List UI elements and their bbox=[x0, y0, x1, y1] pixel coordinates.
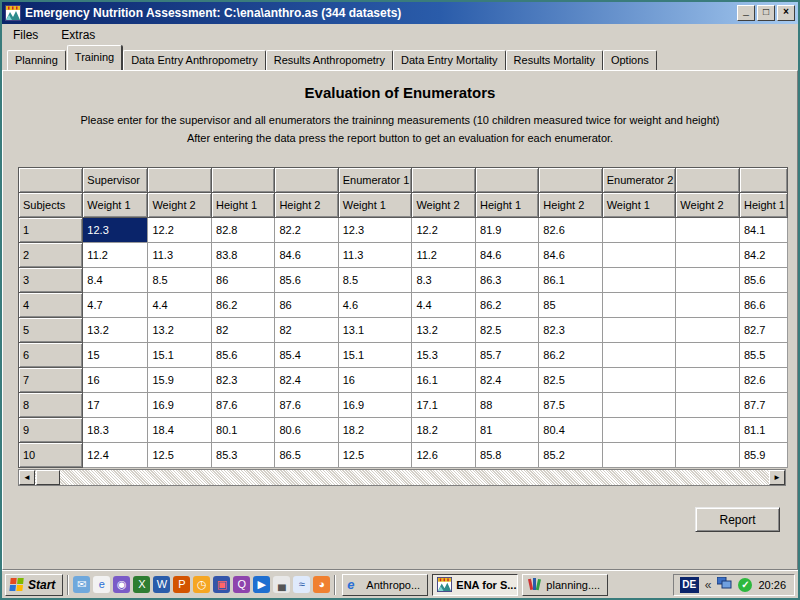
table-cell-r1-c8[interactable]: 82.6 bbox=[539, 218, 602, 243]
table-cell-r6-c4[interactable]: 85.4 bbox=[275, 343, 338, 368]
table-cell-r10-c5[interactable]: 12.5 bbox=[338, 443, 412, 468]
table-cell-r10-c6[interactable]: 12.6 bbox=[412, 443, 476, 468]
table-cell-r8-c7[interactable]: 88 bbox=[476, 393, 539, 418]
table-cell-r5-c2[interactable]: 13.2 bbox=[148, 318, 212, 343]
table-cell-r9-c8[interactable]: 80.4 bbox=[539, 418, 602, 443]
table-cell-r10-c1[interactable]: 12.4 bbox=[83, 443, 148, 468]
table-cell-r8-c6[interactable]: 17.1 bbox=[412, 393, 476, 418]
row-header-3[interactable]: 3 bbox=[19, 268, 83, 293]
table-cell-r7-c8[interactable]: 82.5 bbox=[539, 368, 602, 393]
media-player-icon[interactable]: ▶ bbox=[253, 576, 270, 593]
table-cell-r4-c10[interactable] bbox=[676, 293, 740, 318]
table-cell-r9-c2[interactable]: 18.4 bbox=[148, 418, 212, 443]
clock-icon[interactable]: ◷ bbox=[193, 576, 210, 593]
row-header-4[interactable]: 4 bbox=[19, 293, 83, 318]
row-header-1[interactable]: 1 bbox=[19, 218, 83, 243]
table-cell-r6-c9[interactable] bbox=[602, 343, 676, 368]
word-icon[interactable]: W bbox=[153, 576, 170, 593]
table-cell-r5-c3[interactable]: 82 bbox=[212, 318, 275, 343]
table-cell-r9-c11[interactable]: 81.1 bbox=[740, 418, 788, 443]
tab-results-mortality[interactable]: Results Mortality bbox=[506, 50, 603, 70]
table-cell-r9-c6[interactable]: 18.2 bbox=[412, 418, 476, 443]
table-cell-r10-c7[interactable]: 85.8 bbox=[476, 443, 539, 468]
table-cell-r1-c6[interactable]: 12.2 bbox=[412, 218, 476, 243]
table-cell-r3-c9[interactable] bbox=[602, 268, 676, 293]
table-cell-r2-c9[interactable] bbox=[602, 243, 676, 268]
table-cell-r9-c4[interactable]: 80.6 bbox=[275, 418, 338, 443]
horizontal-scrollbar[interactable]: ◄ ► bbox=[18, 469, 786, 486]
table-cell-r6-c11[interactable]: 85.5 bbox=[740, 343, 788, 368]
table-cell-r9-c1[interactable]: 18.3 bbox=[83, 418, 148, 443]
table-cell-r6-c2[interactable]: 15.1 bbox=[148, 343, 212, 368]
car-app-icon[interactable]: ▄ bbox=[273, 576, 290, 593]
row-header-10[interactable]: 10 bbox=[19, 443, 83, 468]
table-cell-r10-c3[interactable]: 85.3 bbox=[212, 443, 275, 468]
table-cell-r5-c6[interactable]: 13.2 bbox=[412, 318, 476, 343]
tab-data-entry-mortality[interactable]: Data Entry Mortality bbox=[393, 50, 506, 70]
table-cell-r3-c10[interactable] bbox=[676, 268, 740, 293]
tab-data-entry-anthropometry[interactable]: Data Entry Anthropometry bbox=[123, 50, 266, 70]
table-cell-r1-c9[interactable] bbox=[602, 218, 676, 243]
table-cell-r8-c4[interactable]: 87.6 bbox=[275, 393, 338, 418]
table-cell-r7-c9[interactable] bbox=[602, 368, 676, 393]
row-header-8[interactable]: 8 bbox=[19, 393, 83, 418]
table-cell-r1-c5[interactable]: 12.3 bbox=[338, 218, 412, 243]
scroll-right-arrow-icon[interactable]: ► bbox=[769, 470, 785, 485]
table-cell-r5-c10[interactable] bbox=[676, 318, 740, 343]
tab-training[interactable]: Training bbox=[67, 45, 122, 70]
table-cell-r7-c5[interactable]: 16 bbox=[338, 368, 412, 393]
table-cell-r9-c3[interactable]: 80.1 bbox=[212, 418, 275, 443]
table-cell-r4-c4[interactable]: 86 bbox=[275, 293, 338, 318]
table-cell-r2-c11[interactable]: 84.2 bbox=[740, 243, 788, 268]
table-cell-r6-c5[interactable]: 15.1 bbox=[338, 343, 412, 368]
table-cell-r2-c4[interactable]: 84.6 bbox=[275, 243, 338, 268]
table-cell-r8-c1[interactable]: 17 bbox=[83, 393, 148, 418]
table-cell-r1-c1[interactable]: 12.3 bbox=[83, 218, 148, 243]
table-cell-r9-c10[interactable] bbox=[676, 418, 740, 443]
table-cell-r7-c2[interactable]: 15.9 bbox=[148, 368, 212, 393]
table-cell-r4-c11[interactable]: 86.6 bbox=[740, 293, 788, 318]
save-icon[interactable]: ▣ bbox=[213, 576, 230, 593]
table-cell-r7-c1[interactable]: 16 bbox=[83, 368, 148, 393]
quicktime-icon[interactable]: Q bbox=[233, 576, 250, 593]
table-cell-r7-c4[interactable]: 82.4 bbox=[275, 368, 338, 393]
table-cell-r5-c7[interactable]: 82.5 bbox=[476, 318, 539, 343]
table-cell-r8-c10[interactable] bbox=[676, 393, 740, 418]
table-cell-r6-c7[interactable]: 85.7 bbox=[476, 343, 539, 368]
table-cell-r7-c6[interactable]: 16.1 bbox=[412, 368, 476, 393]
row-header-2[interactable]: 2 bbox=[19, 243, 83, 268]
table-cell-r10-c8[interactable]: 85.2 bbox=[539, 443, 602, 468]
table-cell-r4-c1[interactable]: 4.7 bbox=[83, 293, 148, 318]
graphics-icon[interactable]: ≈ bbox=[293, 576, 310, 593]
table-cell-r7-c7[interactable]: 82.4 bbox=[476, 368, 539, 393]
table-cell-r4-c3[interactable]: 86.2 bbox=[212, 293, 275, 318]
tab-planning[interactable]: Planning bbox=[7, 50, 66, 70]
table-cell-r6-c8[interactable]: 86.2 bbox=[539, 343, 602, 368]
table-cell-r5-c4[interactable]: 82 bbox=[275, 318, 338, 343]
menu-extras[interactable]: Extras bbox=[59, 27, 97, 43]
table-cell-r3-c2[interactable]: 8.5 bbox=[148, 268, 212, 293]
table-cell-r8-c3[interactable]: 87.6 bbox=[212, 393, 275, 418]
table-cell-r7-c10[interactable] bbox=[676, 368, 740, 393]
table-cell-r4-c6[interactable]: 4.4 bbox=[412, 293, 476, 318]
antivirus-status-icon[interactable]: ✓ bbox=[738, 578, 752, 592]
table-cell-r1-c10[interactable] bbox=[676, 218, 740, 243]
table-cell-r8-c5[interactable]: 16.9 bbox=[338, 393, 412, 418]
table-cell-r3-c7[interactable]: 86.3 bbox=[476, 268, 539, 293]
table-cell-r7-c11[interactable]: 82.6 bbox=[740, 368, 788, 393]
table-cell-r2-c6[interactable]: 11.2 bbox=[412, 243, 476, 268]
outlook-express-icon[interactable]: ✉ bbox=[73, 576, 90, 593]
task-button-planning[interactable]: planning.... bbox=[522, 574, 608, 596]
table-cell-r10-c10[interactable] bbox=[676, 443, 740, 468]
row-header-9[interactable]: 9 bbox=[19, 418, 83, 443]
table-cell-r2-c2[interactable]: 11.3 bbox=[148, 243, 212, 268]
row-header-7[interactable]: 7 bbox=[19, 368, 83, 393]
table-cell-r8-c2[interactable]: 16.9 bbox=[148, 393, 212, 418]
table-cell-r2-c10[interactable] bbox=[676, 243, 740, 268]
table-cell-r4-c2[interactable]: 4.4 bbox=[148, 293, 212, 318]
table-cell-r3-c6[interactable]: 8.3 bbox=[412, 268, 476, 293]
table-cell-r2-c5[interactable]: 11.3 bbox=[338, 243, 412, 268]
minimize-button[interactable]: _ bbox=[737, 5, 755, 21]
maximize-button[interactable]: □ bbox=[757, 5, 775, 21]
table-cell-r2-c3[interactable]: 83.8 bbox=[212, 243, 275, 268]
